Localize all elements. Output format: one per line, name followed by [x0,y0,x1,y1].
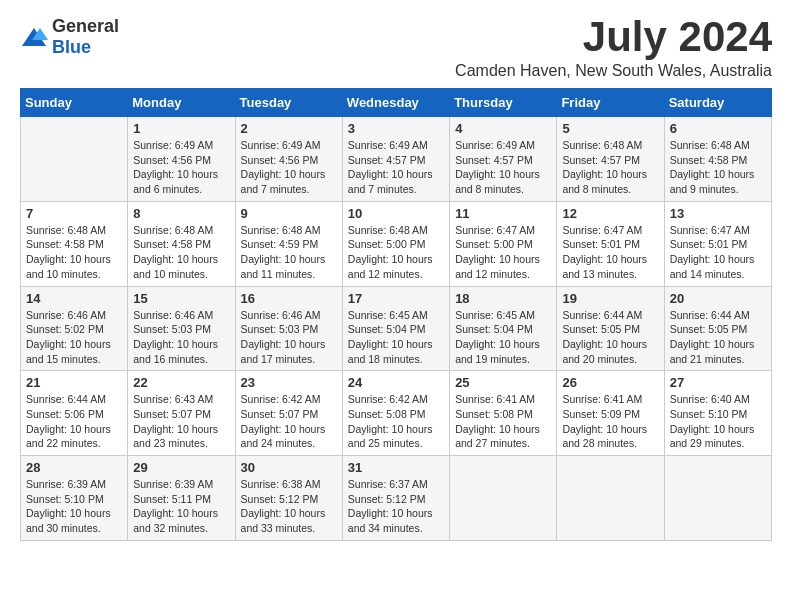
calendar-cell: 20Sunrise: 6:44 AM Sunset: 5:05 PM Dayli… [664,286,771,371]
title-area: July 2024 Camden Haven, New South Wales,… [455,16,772,80]
day-info: Sunrise: 6:45 AM Sunset: 5:04 PM Dayligh… [455,308,551,367]
day-info: Sunrise: 6:47 AM Sunset: 5:01 PM Dayligh… [670,223,766,282]
weekday-header-saturday: Saturday [664,89,771,117]
calendar-cell [450,456,557,541]
day-info: Sunrise: 6:48 AM Sunset: 4:59 PM Dayligh… [241,223,337,282]
calendar-cell: 18Sunrise: 6:45 AM Sunset: 5:04 PM Dayli… [450,286,557,371]
day-number: 10 [348,206,444,221]
calendar-cell: 31Sunrise: 6:37 AM Sunset: 5:12 PM Dayli… [342,456,449,541]
day-info: Sunrise: 6:41 AM Sunset: 5:08 PM Dayligh… [455,392,551,451]
day-info: Sunrise: 6:46 AM Sunset: 5:03 PM Dayligh… [133,308,229,367]
location-title: Camden Haven, New South Wales, Australia [455,62,772,80]
logo: General Blue [20,16,119,58]
day-info: Sunrise: 6:38 AM Sunset: 5:12 PM Dayligh… [241,477,337,536]
calendar-cell: 23Sunrise: 6:42 AM Sunset: 5:07 PM Dayli… [235,371,342,456]
weekday-header-thursday: Thursday [450,89,557,117]
header-area: General Blue July 2024 Camden Haven, New… [20,16,772,80]
day-info: Sunrise: 6:40 AM Sunset: 5:10 PM Dayligh… [670,392,766,451]
day-info: Sunrise: 6:37 AM Sunset: 5:12 PM Dayligh… [348,477,444,536]
calendar-cell: 6Sunrise: 6:48 AM Sunset: 4:58 PM Daylig… [664,117,771,202]
calendar-cell: 11Sunrise: 6:47 AM Sunset: 5:00 PM Dayli… [450,201,557,286]
day-info: Sunrise: 6:42 AM Sunset: 5:07 PM Dayligh… [241,392,337,451]
day-info: Sunrise: 6:45 AM Sunset: 5:04 PM Dayligh… [348,308,444,367]
day-info: Sunrise: 6:46 AM Sunset: 5:02 PM Dayligh… [26,308,122,367]
day-info: Sunrise: 6:48 AM Sunset: 4:58 PM Dayligh… [670,138,766,197]
day-number: 6 [670,121,766,136]
weekday-header-row: SundayMondayTuesdayWednesdayThursdayFrid… [21,89,772,117]
weekday-header-friday: Friday [557,89,664,117]
week-row-2: 14Sunrise: 6:46 AM Sunset: 5:02 PM Dayli… [21,286,772,371]
calendar-cell: 12Sunrise: 6:47 AM Sunset: 5:01 PM Dayli… [557,201,664,286]
week-row-0: 1Sunrise: 6:49 AM Sunset: 4:56 PM Daylig… [21,117,772,202]
day-info: Sunrise: 6:48 AM Sunset: 5:00 PM Dayligh… [348,223,444,282]
calendar-cell: 15Sunrise: 6:46 AM Sunset: 5:03 PM Dayli… [128,286,235,371]
calendar-cell: 28Sunrise: 6:39 AM Sunset: 5:10 PM Dayli… [21,456,128,541]
day-number: 12 [562,206,658,221]
day-info: Sunrise: 6:49 AM Sunset: 4:56 PM Dayligh… [241,138,337,197]
day-number: 27 [670,375,766,390]
day-number: 30 [241,460,337,475]
calendar-cell: 9Sunrise: 6:48 AM Sunset: 4:59 PM Daylig… [235,201,342,286]
calendar-cell: 19Sunrise: 6:44 AM Sunset: 5:05 PM Dayli… [557,286,664,371]
day-info: Sunrise: 6:48 AM Sunset: 4:57 PM Dayligh… [562,138,658,197]
day-number: 17 [348,291,444,306]
day-number: 22 [133,375,229,390]
day-number: 20 [670,291,766,306]
day-info: Sunrise: 6:39 AM Sunset: 5:11 PM Dayligh… [133,477,229,536]
calendar-cell: 4Sunrise: 6:49 AM Sunset: 4:57 PM Daylig… [450,117,557,202]
calendar-cell: 24Sunrise: 6:42 AM Sunset: 5:08 PM Dayli… [342,371,449,456]
day-number: 8 [133,206,229,221]
day-info: Sunrise: 6:47 AM Sunset: 5:00 PM Dayligh… [455,223,551,282]
logo-icon [20,26,48,48]
day-info: Sunrise: 6:49 AM Sunset: 4:56 PM Dayligh… [133,138,229,197]
day-number: 11 [455,206,551,221]
weekday-header-sunday: Sunday [21,89,128,117]
day-info: Sunrise: 6:39 AM Sunset: 5:10 PM Dayligh… [26,477,122,536]
calendar-cell: 26Sunrise: 6:41 AM Sunset: 5:09 PM Dayli… [557,371,664,456]
logo-blue: Blue [52,37,91,57]
calendar-cell: 3Sunrise: 6:49 AM Sunset: 4:57 PM Daylig… [342,117,449,202]
day-number: 24 [348,375,444,390]
calendar-cell: 1Sunrise: 6:49 AM Sunset: 4:56 PM Daylig… [128,117,235,202]
calendar-cell: 22Sunrise: 6:43 AM Sunset: 5:07 PM Dayli… [128,371,235,456]
logo-text: General Blue [52,16,119,58]
day-number: 19 [562,291,658,306]
day-number: 18 [455,291,551,306]
calendar-cell [21,117,128,202]
calendar-cell: 21Sunrise: 6:44 AM Sunset: 5:06 PM Dayli… [21,371,128,456]
calendar-cell: 14Sunrise: 6:46 AM Sunset: 5:02 PM Dayli… [21,286,128,371]
calendar-cell: 7Sunrise: 6:48 AM Sunset: 4:58 PM Daylig… [21,201,128,286]
calendar-cell: 17Sunrise: 6:45 AM Sunset: 5:04 PM Dayli… [342,286,449,371]
day-number: 31 [348,460,444,475]
day-info: Sunrise: 6:44 AM Sunset: 5:06 PM Dayligh… [26,392,122,451]
logo-general: General [52,16,119,36]
day-info: Sunrise: 6:49 AM Sunset: 4:57 PM Dayligh… [455,138,551,197]
weekday-header-monday: Monday [128,89,235,117]
day-info: Sunrise: 6:43 AM Sunset: 5:07 PM Dayligh… [133,392,229,451]
calendar-cell: 13Sunrise: 6:47 AM Sunset: 5:01 PM Dayli… [664,201,771,286]
day-number: 7 [26,206,122,221]
day-number: 9 [241,206,337,221]
calendar-cell: 5Sunrise: 6:48 AM Sunset: 4:57 PM Daylig… [557,117,664,202]
day-info: Sunrise: 6:49 AM Sunset: 4:57 PM Dayligh… [348,138,444,197]
calendar-cell: 10Sunrise: 6:48 AM Sunset: 5:00 PM Dayli… [342,201,449,286]
day-number: 3 [348,121,444,136]
day-number: 2 [241,121,337,136]
calendar-cell: 30Sunrise: 6:38 AM Sunset: 5:12 PM Dayli… [235,456,342,541]
day-info: Sunrise: 6:41 AM Sunset: 5:09 PM Dayligh… [562,392,658,451]
calendar-cell: 16Sunrise: 6:46 AM Sunset: 5:03 PM Dayli… [235,286,342,371]
day-info: Sunrise: 6:46 AM Sunset: 5:03 PM Dayligh… [241,308,337,367]
calendar-cell: 2Sunrise: 6:49 AM Sunset: 4:56 PM Daylig… [235,117,342,202]
day-number: 13 [670,206,766,221]
calendar-cell: 25Sunrise: 6:41 AM Sunset: 5:08 PM Dayli… [450,371,557,456]
day-number: 1 [133,121,229,136]
day-number: 28 [26,460,122,475]
calendar-cell [557,456,664,541]
week-row-3: 21Sunrise: 6:44 AM Sunset: 5:06 PM Dayli… [21,371,772,456]
calendar-cell: 29Sunrise: 6:39 AM Sunset: 5:11 PM Dayli… [128,456,235,541]
month-title: July 2024 [455,16,772,58]
day-info: Sunrise: 6:48 AM Sunset: 4:58 PM Dayligh… [133,223,229,282]
week-row-1: 7Sunrise: 6:48 AM Sunset: 4:58 PM Daylig… [21,201,772,286]
calendar-cell [664,456,771,541]
weekday-header-wednesday: Wednesday [342,89,449,117]
